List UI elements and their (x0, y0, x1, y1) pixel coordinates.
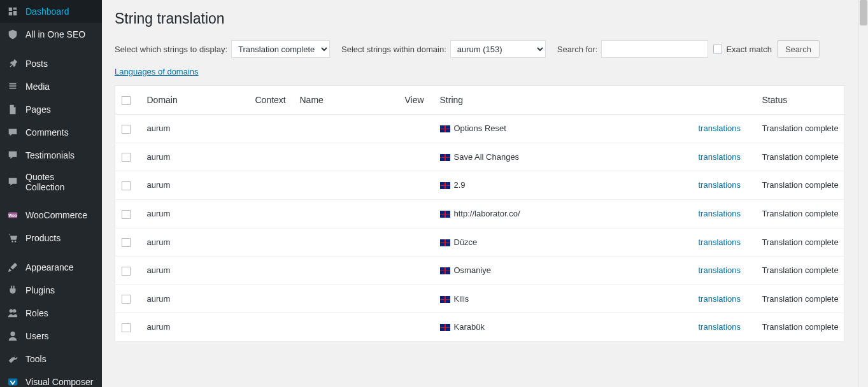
sidebar-item-label: Visual Composer (25, 377, 96, 387)
th-domain[interactable]: Domain (141, 86, 249, 115)
sidebar-item-appearance[interactable]: Appearance (0, 256, 102, 279)
table-row: aurumhttp://laborator.co/translationsTra… (115, 199, 845, 228)
cell-string: Karabük (434, 313, 692, 342)
cell-string: Options Reset (434, 115, 692, 143)
translations-link[interactable]: translations (699, 322, 741, 332)
cell-context (249, 143, 294, 171)
search-input[interactable] (601, 40, 708, 58)
sidebar-item-pages[interactable]: Pages (0, 98, 102, 121)
row-checkbox[interactable] (122, 210, 131, 219)
sidebar-item-media[interactable]: Media (0, 75, 102, 98)
pin-icon (6, 57, 19, 70)
sidebar-item-visual-composer[interactable]: Visual Composer (0, 370, 102, 387)
table-header-row: Domain Context Name View String Status (115, 86, 845, 115)
translations-link[interactable]: translations (699, 123, 741, 133)
sidebar-item-all-in-one-seo[interactable]: All in One SEO (0, 23, 102, 46)
row-checkbox[interactable] (122, 125, 131, 134)
th-name[interactable]: Name (294, 86, 399, 115)
sidebar-item-roles[interactable]: Roles (0, 302, 102, 325)
sidebar-item-posts[interactable]: Posts (0, 52, 102, 75)
cell-name (294, 199, 399, 228)
woo-icon: Woo (6, 209, 19, 222)
table-row: aurumOptions ResettranslationsTranslatio… (115, 115, 845, 143)
translations-link[interactable]: translations (699, 237, 741, 247)
cell-view (399, 143, 434, 171)
languages-of-domains-link[interactable]: Languages of domains (115, 67, 199, 76)
flag-uk-icon (440, 239, 450, 246)
th-view[interactable]: View (399, 86, 434, 115)
sidebar-item-comments[interactable]: Comments (0, 121, 102, 144)
cell-domain: aurum (141, 199, 249, 228)
sidebar-item-label: Appearance (25, 262, 96, 272)
th-string[interactable]: String (434, 86, 692, 115)
sidebar-item-tools[interactable]: Tools (0, 348, 102, 370)
label-exact-match: Exact match (726, 45, 772, 54)
sidebar-item-products[interactable]: Products (0, 227, 102, 250)
row-checkbox[interactable] (122, 153, 131, 162)
cell-domain: aurum (141, 285, 249, 313)
search-button[interactable]: Search (777, 40, 820, 58)
cell-status: Translation complete (756, 199, 845, 228)
row-checkbox[interactable] (122, 295, 131, 304)
th-context[interactable]: Context (249, 86, 294, 115)
table-row: aurumDüzcetranslationsTranslation comple… (115, 228, 845, 257)
row-checkbox[interactable] (122, 238, 131, 247)
sidebar-item-users[interactable]: Users (0, 325, 102, 348)
cell-domain: aurum (141, 228, 249, 257)
cell-name (294, 257, 399, 285)
display-select[interactable]: Translation complete (231, 40, 330, 58)
sidebar-item-label: Media (25, 81, 96, 92)
table-row: aurum2.9translationsTranslation complete (115, 171, 845, 200)
translations-link[interactable]: translations (699, 265, 741, 275)
sidebar-item-quotes-collection[interactable]: Quotes Collection (0, 167, 102, 197)
dashboard-icon (6, 5, 19, 18)
sidebar-item-testimonials[interactable]: Testimonials (0, 144, 102, 167)
table-row: aurumKilistranslationsTranslation comple… (115, 285, 845, 313)
cell-view (399, 199, 434, 228)
label-select-domain: Select strings within domain: (341, 45, 446, 54)
sidebar-item-dashboard[interactable]: Dashboard (0, 0, 102, 23)
cell-context (249, 199, 294, 228)
media-icon (6, 80, 19, 93)
cell-context (249, 257, 294, 285)
th-status[interactable]: Status (756, 86, 845, 115)
cell-domain: aurum (141, 143, 249, 171)
main-content: String translation Select which strings … (102, 0, 858, 387)
cell-name (294, 313, 399, 342)
domain-select[interactable]: aurum (153) (450, 40, 546, 58)
row-checkbox[interactable] (122, 267, 131, 276)
translations-link[interactable]: translations (699, 294, 741, 304)
page-icon (6, 103, 19, 116)
flag-uk-icon (440, 211, 450, 218)
scrollbar-thumb[interactable] (860, 0, 867, 25)
sidebar-item-label: Plugins (25, 285, 96, 295)
vertical-scrollbar[interactable] (858, 0, 868, 387)
sidebar-item-plugins[interactable]: Plugins (0, 279, 102, 302)
cell-context (249, 171, 294, 200)
label-search-for: Search for: (557, 45, 598, 54)
exact-match-checkbox[interactable] (713, 45, 722, 53)
cell-domain: aurum (141, 115, 249, 143)
translations-link[interactable]: translations (699, 152, 741, 162)
cell-view (399, 115, 434, 143)
cell-status: Translation complete (756, 285, 845, 313)
row-checkbox[interactable] (122, 181, 131, 190)
vc-icon (6, 376, 19, 387)
cell-domain: aurum (141, 313, 249, 342)
cell-status: Translation complete (756, 171, 845, 200)
sidebar-item-woocommerce[interactable]: WooWooCommerce (0, 204, 102, 227)
cell-name (294, 115, 399, 143)
row-checkbox[interactable] (122, 323, 131, 332)
flag-uk-icon (440, 125, 450, 132)
cell-status: Translation complete (756, 257, 845, 285)
shield-icon (6, 28, 19, 41)
translations-link[interactable]: translations (699, 180, 741, 190)
translations-link[interactable]: translations (699, 209, 741, 218)
cell-name (294, 143, 399, 171)
sidebar-item-label: WooCommerce (25, 210, 96, 220)
select-all-checkbox[interactable] (122, 96, 131, 105)
flag-uk-icon (440, 324, 450, 331)
users-icon (6, 307, 19, 320)
cell-name (294, 228, 399, 257)
cell-domain: aurum (141, 171, 249, 200)
